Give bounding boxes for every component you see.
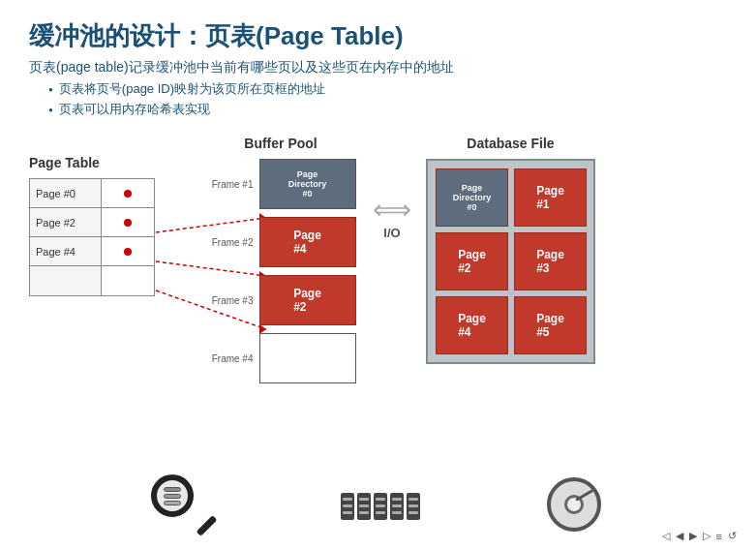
- db-cell-2: Page#2: [436, 232, 508, 290]
- frame-row-2: Frame #2 Page#4: [206, 217, 356, 267]
- bp-cell-4: [259, 333, 356, 383]
- chip-pin: [408, 498, 418, 501]
- frame-label-4: Frame #4: [206, 353, 259, 364]
- nav-first[interactable]: ◁: [662, 530, 670, 542]
- chip-pin: [359, 504, 369, 507]
- chip-pin: [408, 511, 418, 514]
- frame-row-4: Frame #4: [206, 333, 356, 383]
- page-title: 缓冲池的设计：页表(Page Table): [29, 19, 727, 53]
- frame-label-1: Frame #1: [206, 179, 259, 190]
- buffer-pool-section: Buffer Pool Frame #1 PageDirectory#0 Fra…: [203, 136, 358, 383]
- pt-cell-dot: [102, 208, 154, 236]
- pt-cell-label: Page #0: [30, 179, 102, 207]
- chip-pin: [376, 498, 385, 501]
- chip-pin: [343, 511, 352, 514]
- db-cell-3: Page#3: [514, 232, 587, 290]
- chip-pin: [392, 498, 402, 501]
- pt-cell-label: Page #2: [30, 208, 102, 236]
- page-table-section: Page Table Page #0 Page #2 Page #4: [29, 155, 174, 296]
- nav-prev[interactable]: ◀: [676, 530, 683, 542]
- subtitle: 页表(page table)记录缓冲池中当前有哪些页以及这些页在内存中的地址: [29, 59, 727, 76]
- dot-indicator: [124, 190, 132, 198]
- footer-nav: ◁ ◀ ▶ ▷ ≡ ↺: [662, 530, 737, 542]
- buffer-pool-label: Buffer Pool: [244, 136, 317, 151]
- bp-cell-1: PageDirectory#0: [259, 159, 356, 209]
- nav-last[interactable]: ▷: [703, 530, 711, 542]
- db-cell-1: Page#1: [514, 168, 587, 227]
- pt-cell-dot: [102, 237, 154, 265]
- pt-cell-label-empty: [30, 266, 102, 295]
- coin-3: [164, 501, 181, 505]
- page-table-label: Page Table: [29, 155, 100, 170]
- bp-cell-3: Page#2: [259, 275, 356, 325]
- slide: 缓冲池的设计：页表(Page Table) 页表(page table)记录缓冲…: [0, 0, 756, 550]
- frame-row-3: Frame #3 Page#2: [206, 275, 356, 325]
- dot-indicator: [124, 248, 132, 256]
- disk-circle: [547, 477, 601, 532]
- page-table: Page #0 Page #2 Page #4: [29, 178, 155, 296]
- chip-block: [374, 493, 387, 520]
- chip-block: [390, 493, 404, 520]
- io-section: ⟺ I/O: [358, 194, 426, 240]
- bp-cell-2: Page#4: [259, 217, 356, 267]
- db-label: Database File: [467, 136, 554, 151]
- frame-row-1: Frame #1 PageDirectory#0: [206, 159, 356, 209]
- coin-2: [164, 494, 181, 499]
- table-row: Page #0: [30, 179, 154, 208]
- coin-stack-icon: [164, 487, 181, 505]
- disk-drive-icon: [547, 477, 605, 535]
- io-label: I/O: [383, 226, 400, 240]
- coin-1: [164, 487, 181, 492]
- frame-label-3: Frame #3: [206, 295, 259, 306]
- diagram-area: Page Table Page #0 Page #2 Page #4: [29, 136, 727, 465]
- search-magnifier-icon: [151, 474, 214, 537]
- pt-cell-dot-empty: [102, 266, 154, 295]
- bullet-2: 页表可以用内存哈希表实现: [48, 101, 727, 118]
- magnifier-circle: [151, 474, 194, 517]
- db-section: Database File PageDirectory#0 Page#1 Pag…: [426, 136, 595, 364]
- table-row-empty: [30, 266, 154, 295]
- chip-block: [341, 493, 354, 520]
- nav-menu[interactable]: ≡: [716, 531, 722, 542]
- db-cell-0: PageDirectory#0: [436, 168, 508, 227]
- frame-label-2: Frame #2: [206, 237, 259, 248]
- frames-wrapper: Frame #1 PageDirectory#0 Frame #2 Page#4…: [206, 159, 356, 383]
- chip-pin: [392, 504, 402, 507]
- chip-ram-icon: [341, 493, 420, 520]
- bullet-1: 页表将页号(page ID)映射为该页所在页框的地址: [48, 80, 727, 98]
- chip-pin: [376, 504, 385, 507]
- chip-pin: [359, 498, 369, 501]
- db-cell-5: Page#5: [514, 296, 587, 354]
- chip-pin: [343, 498, 352, 501]
- db-container: PageDirectory#0 Page#1 Page#2 Page#3 Pag…: [426, 159, 595, 364]
- chip-pin: [343, 504, 352, 507]
- table-row: Page #2: [30, 208, 154, 237]
- chip-pin: [392, 511, 402, 514]
- chip-pin: [408, 504, 418, 507]
- nav-next[interactable]: ▶: [689, 530, 697, 542]
- nav-refresh[interactable]: ↺: [728, 530, 737, 542]
- chip-pin: [376, 511, 385, 514]
- pt-cell-label: Page #4: [30, 237, 102, 265]
- chip-block: [407, 493, 420, 520]
- chip-pin: [359, 511, 369, 514]
- magnifier-handle: [196, 515, 217, 536]
- bottom-icons: [29, 474, 727, 537]
- pt-cell-dot: [102, 179, 154, 207]
- chip-block: [357, 493, 371, 520]
- table-row: Page #4: [30, 237, 154, 266]
- db-cell-4: Page#4: [436, 296, 508, 354]
- dot-indicator: [124, 219, 132, 227]
